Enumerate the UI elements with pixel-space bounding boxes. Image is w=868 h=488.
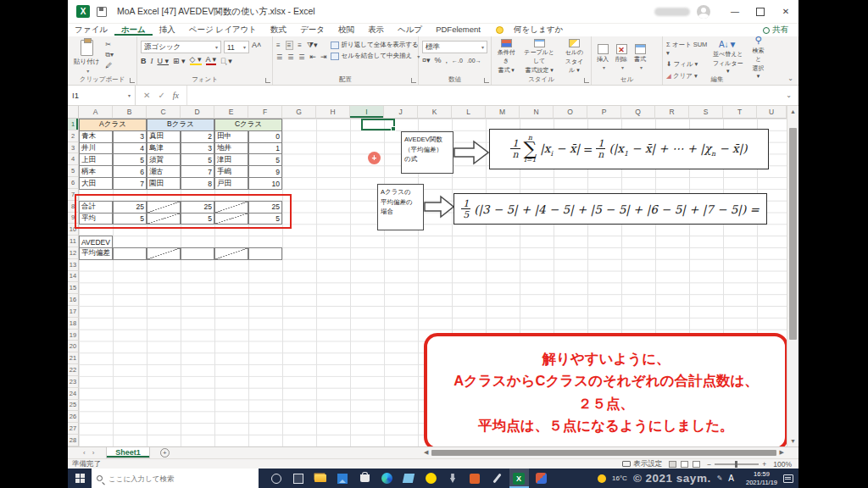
- column-header-D[interactable]: D: [181, 106, 214, 119]
- excel-taskbar-icon[interactable]: [509, 469, 529, 488]
- normal-view-button[interactable]: [669, 461, 676, 468]
- row-header-11[interactable]: 11: [68, 236, 79, 247]
- row-header-15[interactable]: 15: [68, 282, 79, 294]
- bold-button[interactable]: B: [141, 57, 147, 65]
- close-button[interactable]: ✕: [773, 0, 798, 23]
- format-cells-button[interactable]: 書式▾: [632, 39, 648, 75]
- cell[interactable]: 瀬古: [147, 165, 181, 178]
- column-header-G[interactable]: G: [282, 106, 316, 119]
- cell[interactable]: 井川: [79, 142, 113, 155]
- insert-function-icon[interactable]: fx: [173, 91, 179, 100]
- collapse-ribbon-chevron[interactable]: ⌄: [787, 75, 793, 82]
- ribbon-tab-ホーム[interactable]: ホーム: [114, 25, 153, 36]
- paste-button[interactable]: 貼り付け▾: [71, 39, 102, 75]
- column-header-N[interactable]: N: [520, 106, 554, 119]
- mail-taskbar-icon[interactable]: [465, 469, 485, 488]
- name-box[interactable]: I1▾: [68, 86, 136, 105]
- cell[interactable]: AVEDEV: [79, 236, 113, 248]
- cell[interactable]: 真田: [147, 130, 181, 143]
- row-header-18[interactable]: 18: [68, 318, 79, 330]
- cell[interactable]: Bクラス: [147, 119, 214, 131]
- maximize-button[interactable]: [748, 0, 773, 23]
- fill-color-button[interactable]: ◇ ▾: [190, 56, 202, 65]
- alignment-dialog-launcher[interactable]: [411, 78, 416, 83]
- excel-app-icon[interactable]: X: [76, 5, 90, 18]
- percent-button[interactable]: %: [435, 56, 442, 64]
- cell[interactable]: 9: [248, 165, 282, 178]
- start-button[interactable]: [68, 469, 92, 488]
- display-settings-button[interactable]: 表示設定: [622, 459, 662, 469]
- row-header-16[interactable]: 16: [68, 294, 79, 306]
- cell[interactable]: 10: [248, 177, 282, 190]
- cell[interactable]: 1: [248, 142, 282, 155]
- column-header-E[interactable]: E: [214, 106, 248, 119]
- cancel-icon[interactable]: ✕: [143, 91, 150, 100]
- temperature[interactable]: 16°C: [612, 474, 627, 482]
- font-size-select[interactable]: 11▾: [224, 41, 249, 53]
- grow-font-button[interactable]: A˄: [252, 41, 261, 53]
- column-header-M[interactable]: M: [486, 106, 520, 119]
- minimize-button[interactable]: —: [722, 0, 748, 23]
- ribbon-tab-数式[interactable]: 数式: [264, 25, 293, 36]
- merge-center-button[interactable]: セルを結合して中央揃え▾: [331, 52, 420, 60]
- row-header-22[interactable]: 22: [68, 364, 79, 376]
- increase-indent-button[interactable]: ⇥: [320, 53, 327, 61]
- photos-taskbar-icon[interactable]: [333, 469, 353, 488]
- share-button[interactable]: 共有: [763, 25, 798, 36]
- cell[interactable]: 6: [113, 165, 147, 178]
- account-avatar[interactable]: [697, 5, 710, 19]
- tell-me-box[interactable]: 何をしますか: [507, 24, 570, 36]
- font-name-select[interactable]: 源ゴシック▾: [141, 41, 221, 53]
- cell[interactable]: 津田: [214, 153, 248, 166]
- clock[interactable]: 16:592021/11/19: [746, 470, 777, 486]
- row-header-3[interactable]: 3: [68, 142, 79, 154]
- sheet-nav-arrows[interactable]: ‹›: [68, 449, 106, 457]
- cell[interactable]: 7: [113, 177, 147, 190]
- cell[interactable]: 須賀: [147, 153, 181, 166]
- row-header-26[interactable]: 26: [68, 411, 79, 423]
- search-input[interactable]: [107, 474, 253, 484]
- taskbar-search-box[interactable]: [92, 469, 259, 488]
- zoom-out-button[interactable]: −: [707, 460, 711, 469]
- cell[interactable]: 上田: [79, 153, 113, 166]
- paint3d-taskbar-icon[interactable]: [399, 469, 419, 488]
- row-header-2[interactable]: 2: [68, 130, 79, 142]
- cell[interactable]: 3: [113, 130, 147, 143]
- task-view-taskbar-icon[interactable]: [289, 469, 309, 488]
- row-header-23[interactable]: 23: [68, 376, 79, 388]
- row-header-17[interactable]: 17: [68, 306, 79, 318]
- zoom-in-button[interactable]: +: [762, 460, 766, 469]
- column-header-S[interactable]: S: [689, 106, 723, 119]
- new-sheet-button[interactable]: +: [160, 448, 170, 458]
- column-header-U[interactable]: U: [757, 106, 787, 119]
- horizontal-scrollbar[interactable]: ◀ ▶: [424, 448, 784, 457]
- cell[interactable]: 島津: [147, 142, 181, 155]
- row-header-6[interactable]: 6: [68, 177, 79, 189]
- zoom-slider-knob[interactable]: [735, 461, 737, 468]
- column-header-Q[interactable]: Q: [621, 106, 655, 119]
- align-middle-button[interactable]: ≡: [286, 41, 294, 50]
- cell[interactable]: 7: [181, 165, 214, 178]
- column-header-T[interactable]: T: [723, 106, 757, 119]
- page-layout-view-button[interactable]: [681, 461, 688, 468]
- enter-icon[interactable]: ✓: [158, 91, 164, 100]
- cut-button[interactable]: ✂: [105, 41, 114, 48]
- cell[interactable]: Aクラス: [79, 119, 147, 131]
- sort-filter-button[interactable]: A↓▼並べ替えとフィルター ▾: [710, 39, 745, 75]
- cell[interactable]: 柄本: [79, 165, 113, 178]
- italic-button[interactable]: I: [151, 57, 153, 65]
- cell[interactable]: 0: [248, 130, 282, 143]
- row-header-19[interactable]: 19: [68, 330, 79, 341]
- column-header-R[interactable]: R: [655, 106, 689, 119]
- align-left-button[interactable]: ☰: [276, 53, 283, 61]
- row-header-20[interactable]: 20: [68, 341, 79, 352]
- autosum-button[interactable]: Σ オート SUM ▾: [666, 41, 707, 57]
- cell[interactable]: 5: [113, 153, 147, 166]
- cell[interactable]: 8: [181, 177, 214, 190]
- comma-button[interactable]: ,: [446, 56, 448, 64]
- conditional-formatting-button[interactable]: 条件付き書式 ▾: [495, 39, 517, 75]
- wrap-text-button[interactable]: 折り返して全体を表示する: [331, 41, 420, 49]
- ribbon-tab-校閲[interactable]: 校閲: [331, 25, 361, 36]
- column-header-H[interactable]: H: [316, 106, 350, 119]
- action-center-icon[interactable]: [783, 474, 793, 483]
